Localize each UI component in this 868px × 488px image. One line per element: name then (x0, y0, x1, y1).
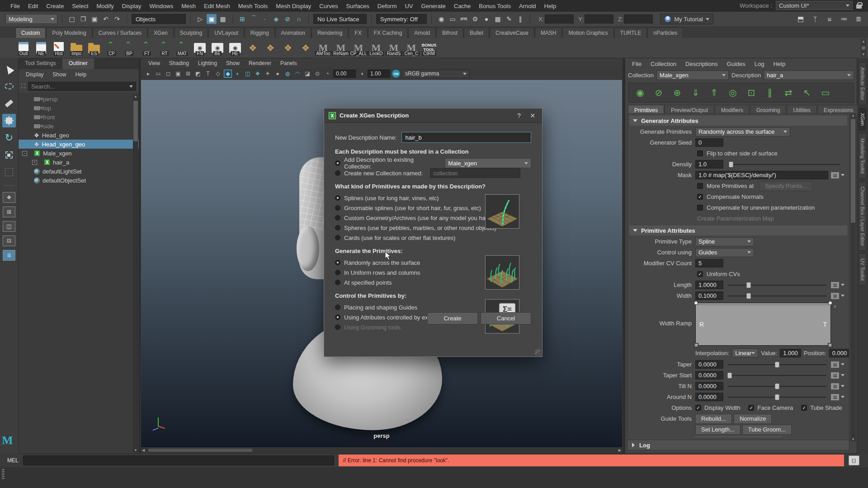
add-primitives-icon[interactable]: ⊕ (670, 85, 684, 100)
radio-icon[interactable] (335, 305, 340, 310)
radio-icon[interactable] (335, 260, 340, 265)
scroll-thumb[interactable] (133, 101, 138, 141)
outliner-menu-show[interactable]: Show (49, 70, 70, 79)
snap-curve-icon[interactable]: ⌒ (249, 14, 259, 24)
filter-icon[interactable]: ⛶ (21, 83, 25, 90)
outliner-item-side[interactable]: side (19, 122, 139, 131)
redo-icon[interactable]: ↷ (112, 14, 122, 24)
slider-thumb[interactable] (775, 384, 779, 389)
shelf-item-tool-14[interactable]: ❖ (262, 39, 278, 56)
tab-outliner[interactable]: Outliner (62, 58, 94, 69)
slider-thumb[interactable] (746, 293, 750, 299)
outliner-item-persp[interactable]: persp (19, 94, 139, 103)
viewport-scrollbar[interactable]: ◀ ▶ (141, 448, 622, 453)
compensate-normals-checkbox[interactable]: ✓ (697, 194, 703, 200)
slider-thumb[interactable] (746, 282, 750, 288)
control-using-dropdown[interactable]: Guides (695, 248, 754, 257)
shelf-tab-custom[interactable]: Custom (15, 28, 46, 38)
menu-select[interactable]: Select (68, 1, 92, 11)
radio-icon[interactable] (335, 205, 340, 211)
ramp-value-field[interactable]: 1.000 (780, 349, 801, 357)
shelf-item-rands[interactable]: MRandS (386, 39, 402, 56)
attribute-editor-icon[interactable]: ≔ (839, 14, 849, 24)
xgen-menu-guides[interactable]: Guides (723, 60, 750, 68)
guide-tool-rebuild-button[interactable]: Rebuild... (695, 414, 732, 424)
shelf-item-rt[interactable]: RT (156, 39, 173, 56)
generate-primitives-dropdown[interactable]: Randomly across the surface (695, 127, 790, 136)
ramp-delete-right[interactable]: ✕ (828, 343, 832, 347)
gate-mask-icon[interactable]: ▣ (174, 70, 182, 78)
menu-create[interactable]: Create (42, 1, 68, 11)
hypershade-icon[interactable]: ● (481, 14, 491, 24)
shelf-tab-bullet[interactable]: Bullet (464, 28, 489, 38)
cancel-button[interactable]: Cancel (481, 312, 531, 324)
scale-tool[interactable] (2, 148, 16, 162)
scroll-up-icon[interactable]: ▲ (134, 94, 137, 99)
bounding-box-icon[interactable]: ◫ (244, 70, 252, 78)
update-preview-icon[interactable]: ◉ (633, 85, 647, 100)
select-guides-icon[interactable]: ↖ (800, 85, 814, 100)
render-view-icon[interactable]: ◉ (436, 14, 446, 24)
guide-tool-normalize-button[interactable]: Normalize (734, 414, 772, 424)
taper-field[interactable]: 0.0000 (695, 360, 723, 369)
outliner-item-defaultlightset[interactable]: defaultLightSet (19, 167, 139, 176)
around-n-field[interactable]: 0.0000 (695, 393, 723, 401)
sidebar-tab-channel-box-layer-editor[interactable]: Channel Box / Layer Editor (859, 182, 867, 251)
flip-checkbox[interactable] (697, 150, 703, 156)
select-object-icon[interactable]: ▣ (207, 14, 217, 24)
x-coordinate-input[interactable] (545, 14, 574, 23)
taper-start-slider[interactable] (728, 375, 826, 376)
human-ik-icon[interactable]: ᛉ (810, 14, 820, 24)
paint-effects-icon[interactable]: ✎ (504, 14, 514, 24)
smooth-shade-icon[interactable]: ◆ (224, 70, 232, 78)
menu-deform[interactable]: Deform (373, 1, 401, 11)
shelf-item-lookd[interactable]: MLookD (368, 39, 384, 56)
outliner-item-head-geo[interactable]: ❖Head_geo (19, 131, 139, 140)
menu-curves[interactable]: Curves (315, 1, 342, 11)
slider-thumb[interactable] (729, 162, 733, 167)
ramp-knob-left[interactable] (694, 301, 698, 305)
ramp-knob-right[interactable] (828, 301, 832, 305)
workspace-lock-icon[interactable] (856, 5, 862, 9)
color-management-on-badge[interactable]: ON (392, 70, 400, 78)
map-icon[interactable]: ▤ (831, 172, 839, 178)
motion-blur-icon[interactable]: ◠ (293, 70, 302, 78)
mel-label[interactable]: MEL (7, 457, 19, 464)
shelf-tab-xgen[interactable]: XGen (148, 28, 174, 38)
scroll-thumb[interactable] (148, 449, 252, 452)
menu-display[interactable]: Display (118, 1, 146, 11)
viewport-menu-lighting[interactable]: Lighting (194, 59, 221, 67)
create-param-map-button[interactable]: Create Parameterization Map (697, 215, 774, 222)
dialog-resize-grip[interactable] (535, 349, 541, 356)
shelf-item-ctrm[interactable]: BONUS TOOLCtRM (421, 39, 437, 56)
menu-arnold[interactable]: Arnold (515, 1, 540, 11)
exposure-field[interactable]: 0.00 (333, 70, 356, 78)
shelf-tab-curves-surfaces[interactable]: Curves / Surfaces (93, 28, 147, 38)
option-tube-shade[interactable]: ✓Tube Shade (801, 404, 842, 411)
outliner-item-male-xgen[interactable]: −XMale_xgen (19, 149, 139, 158)
radio-icon[interactable] (335, 195, 340, 201)
mirror-guides-icon[interactable]: ⇄ (781, 85, 796, 100)
rotate-tool[interactable]: ↻ (2, 131, 16, 145)
xgen-menu-help[interactable]: Help (769, 60, 789, 68)
tilt-n-field[interactable]: 0.0000 (695, 382, 723, 390)
menu-generate[interactable]: Generate (417, 1, 450, 11)
gamma-field[interactable]: 1.00 (368, 70, 390, 78)
log-section-header[interactable]: Log (627, 440, 849, 450)
exposure-icon[interactable]: ◔ (323, 70, 331, 78)
snap-grid-icon[interactable]: ⊞ (237, 14, 247, 24)
dialog-titlebar[interactable]: X Create XGen Description ? ✕ (324, 108, 542, 123)
description-name-input[interactable]: hair_b (401, 132, 531, 143)
length-slider[interactable] (728, 285, 826, 286)
scroll-up-icon[interactable]: ▲ (862, 39, 865, 43)
outliner-menu-help[interactable]: Help (71, 70, 90, 79)
radio-icon[interactable] (335, 270, 340, 275)
shelf-item-fn[interactable]: ◉FN (192, 39, 208, 56)
menu-mesh-tools[interactable]: Mesh Tools (234, 1, 272, 11)
textured-icon[interactable]: ❖ (254, 70, 262, 78)
menu-surfaces[interactable]: Surfaces (342, 1, 373, 11)
symmetry-field[interactable]: Symmetry: Off (376, 14, 427, 24)
shelf-tab-arnold[interactable]: Arnold (408, 28, 436, 38)
scroll-right-icon[interactable]: ▶ (618, 448, 621, 452)
shelf-item-tool-15[interactable]: ❖ (280, 39, 296, 56)
